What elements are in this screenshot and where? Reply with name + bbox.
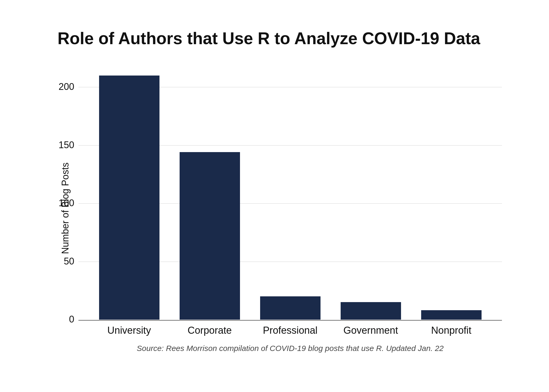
bar-nonprofit [421, 310, 482, 320]
bar-university [99, 76, 159, 320]
bar-group [169, 64, 250, 320]
x-label-nonprofit: Nonprofit [411, 325, 491, 336]
chart-body: Number of Blog Posts 200150100500 Univer… [58, 64, 502, 353]
bar-group [89, 64, 169, 320]
bar-group [411, 64, 491, 320]
x-axis: UniversityCorporateProfessionalGovernmen… [78, 325, 502, 336]
y-tick-label: 100 [59, 198, 74, 209]
y-tick-label: 200 [59, 81, 74, 92]
x-label-university: University [89, 325, 169, 336]
bar-government [341, 302, 401, 320]
y-tick-label: 0 [69, 314, 74, 325]
chart-container: Role of Authors that Use R to Analyze CO… [26, 13, 523, 379]
chart-title: Role of Authors that Use R to Analyze CO… [58, 29, 502, 48]
chart-plot: 200150100500 UniversityCorporateProfessi… [78, 64, 502, 353]
grid-and-bars: 200150100500 [78, 64, 502, 320]
bar-corporate [180, 152, 240, 320]
grid-line: 0 [78, 320, 502, 320]
source-text: Source: Rees Morrison compilation of COV… [78, 344, 502, 353]
y-tick-label: 50 [64, 256, 74, 267]
bar-professional [260, 296, 321, 320]
y-tick-label: 150 [59, 140, 74, 151]
bars-area [78, 64, 502, 320]
x-label-government: Government [330, 325, 411, 336]
x-axis-line [78, 320, 502, 321]
x-label-corporate: Corporate [169, 325, 250, 336]
x-label-professional: Professional [250, 325, 330, 336]
bar-group [330, 64, 411, 320]
bar-group [250, 64, 330, 320]
